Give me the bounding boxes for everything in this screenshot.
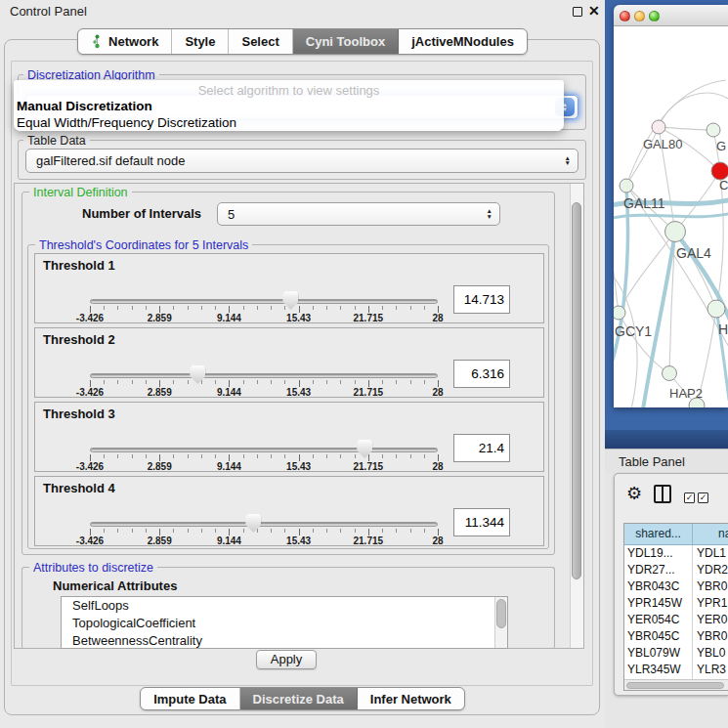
network-node[interactable]: [707, 123, 720, 137]
slider-tick-label: 28: [432, 313, 443, 323]
cell-shared-name: YBR045C: [624, 628, 693, 645]
slider-tick: [215, 529, 216, 533]
slider-tick: [188, 306, 189, 310]
network-window-titlebar[interactable]: [614, 5, 728, 26]
table-row[interactable]: YBR043CYBR0: [624, 578, 728, 595]
algorithm-option-manual-discretization[interactable]: Manual Discretization: [17, 99, 152, 113]
number-of-intervals-value: 5: [228, 207, 235, 222]
slider-tick-label: 2.859: [148, 387, 172, 398]
slider-tick: [326, 380, 327, 384]
network-edge-highlighted[interactable]: [614, 186, 627, 368]
network-edge[interactable]: [626, 127, 659, 186]
checkbox-icon[interactable]: ✓: [684, 492, 695, 503]
list-scrollbar-thumb[interactable]: [496, 599, 506, 628]
threshold-label: Threshold 1: [43, 258, 115, 273]
close-icon[interactable]: ✕: [588, 3, 600, 19]
network-edge-highlighted[interactable]: [614, 213, 728, 219]
horizontal-scrollbar[interactable]: [624, 679, 728, 690]
columns-icon[interactable]: [654, 485, 671, 503]
threshold-slider-handle[interactable]: [190, 365, 205, 384]
slider-tick: [104, 380, 105, 384]
slider-tick: [326, 454, 327, 458]
table-row[interactable]: YBR045CYBR0: [624, 628, 728, 645]
network-edge[interactable]: [619, 313, 669, 373]
slider-tick-label: 15.43: [286, 313, 311, 323]
attribute-list-item[interactable]: SelfLoops: [62, 597, 507, 615]
tab-cyni-toolbox[interactable]: Cyni Toolbox: [293, 29, 399, 54]
slider-tick: [173, 529, 174, 533]
table-row[interactable]: YDR27...YDR2: [624, 562, 728, 578]
threshold-value-field[interactable]: 11.344: [453, 508, 510, 536]
node-table[interactable]: shared... na YDL19...YDL1YDR27...YDR2YBR…: [623, 523, 728, 691]
threshold-slider-track[interactable]: [90, 522, 438, 527]
slider-tick: [299, 380, 300, 387]
numerical-attributes-list[interactable]: SelfLoopsTopologicalCoefficientBetweenne…: [61, 596, 508, 649]
column-header-shared-name[interactable]: shared...: [624, 524, 693, 544]
table-row[interactable]: YER054CYER0: [624, 612, 728, 628]
slider-tick-label: -3.426: [76, 387, 104, 398]
slider-tick: [340, 306, 341, 310]
column-header-name[interactable]: na: [693, 524, 728, 544]
table-row[interactable]: YPR145WYPR1: [624, 595, 728, 612]
control-panel-titlebar: Control Panel ✕: [0, 0, 605, 23]
network-edge[interactable]: [659, 93, 728, 127]
slider-tick: [159, 454, 160, 461]
attribute-list-item[interactable]: BetweennessCentrality: [62, 632, 507, 649]
threshold-slider-handle[interactable]: [357, 440, 372, 458]
float-window-icon[interactable]: [573, 7, 582, 17]
gear-icon[interactable]: ⚙: [626, 483, 642, 503]
slider-tick-label: 15.43: [286, 535, 311, 546]
network-edge[interactable]: [614, 251, 619, 313]
table-row[interactable]: YDL19...YDL1: [624, 545, 728, 562]
table-row[interactable]: YLR345WYLR3: [624, 662, 728, 678]
tab-infer-network[interactable]: Infer Network: [358, 688, 464, 709]
list-scrollbar[interactable]: [494, 597, 507, 648]
tab-style[interactable]: Style: [172, 29, 229, 54]
algorithm-option-equal-width-frequency-discretization[interactable]: Equal Width/Frequency Discretization: [17, 115, 236, 130]
slider-tick: [396, 380, 397, 384]
threshold-slider-handle[interactable]: [245, 514, 261, 533]
network-node-label: GCY1: [615, 323, 652, 339]
network-edge-highlighted[interactable]: [643, 232, 675, 407]
network-node[interactable]: [663, 366, 677, 381]
threshold-slider-track[interactable]: [90, 299, 438, 304]
vertical-scrollbar-thumb[interactable]: [572, 202, 581, 579]
slider-tick: [382, 306, 383, 310]
horizontal-scrollbar-thumb[interactable]: [626, 682, 724, 689]
threshold-slider-track[interactable]: [90, 448, 438, 452]
tab-label: Cyni Toolbox: [306, 34, 385, 49]
tab-impute-data[interactable]: Impute Data: [141, 688, 239, 709]
slider-tick: [117, 380, 118, 384]
tab-network[interactable]: Network: [78, 29, 172, 54]
tab-jactivemnodules[interactable]: jActiveMNodules: [399, 29, 527, 54]
checkbox-icon[interactable]: ✓: [698, 492, 708, 503]
slider-tick: [340, 529, 341, 533]
network-node[interactable]: [665, 222, 686, 242]
apply-button[interactable]: Apply: [256, 650, 317, 669]
tab-label: Select: [241, 34, 278, 49]
slider-tick: [382, 529, 383, 533]
network-node[interactable]: [652, 120, 665, 134]
slider-tick: [424, 306, 425, 310]
network-node[interactable]: [620, 179, 633, 193]
threshold-slider-track[interactable]: [90, 373, 438, 378]
mac-minimize-button[interactable]: [634, 11, 645, 21]
network-node[interactable]: [707, 300, 725, 318]
threshold-value-field[interactable]: 6.316: [453, 360, 510, 388]
threshold-value-field[interactable]: 14.713: [453, 285, 510, 314]
tab-select[interactable]: Select: [229, 29, 292, 54]
network-canvas[interactable]: GAL80GCGAL11GAL4GCY1HHAP2: [614, 26, 728, 407]
mac-zoom-button[interactable]: [649, 11, 660, 21]
number-of-intervals-label: Number of Intervals: [82, 206, 201, 221]
mac-close-button[interactable]: [620, 11, 630, 21]
combo-arrows-icon: ▲▼: [565, 155, 571, 166]
number-of-intervals-combobox[interactable]: 5 ▲▼: [217, 202, 500, 226]
threshold-value-field[interactable]: 21.4: [453, 434, 510, 462]
network-node[interactable]: [614, 306, 625, 320]
network-edge[interactable]: [659, 127, 713, 130]
table-panel-titlebar: Table Panel: [605, 449, 728, 473]
table-row[interactable]: YBL079WYBL0: [624, 645, 728, 662]
attribute-list-item[interactable]: TopologicalCoefficient: [62, 615, 507, 632]
tab-discretize-data[interactable]: Discretize Data: [240, 688, 358, 709]
table-data-combobox[interactable]: galFiltered.sif default node ▲▼: [25, 149, 578, 173]
